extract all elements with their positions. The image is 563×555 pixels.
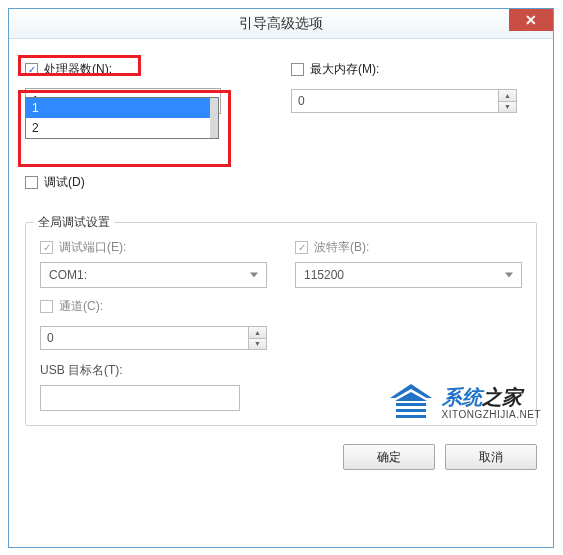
dialog-window: 引导高级选项 ✕ ✓ 处理器数(N): 1 1 2 xyxy=(8,8,554,548)
max-memory-checkbox[interactable]: 最大内存(M): xyxy=(291,61,379,78)
close-button[interactable]: ✕ xyxy=(509,9,553,31)
checkbox-box: ✓ xyxy=(295,241,308,254)
processor-count-dropdown: 1 2 xyxy=(25,97,219,139)
check-icon: ✓ xyxy=(298,243,306,253)
spinner-down-button[interactable]: ▼ xyxy=(499,101,516,113)
debug-checkbox[interactable]: 调试(D) xyxy=(25,174,85,191)
check-icon: ✓ xyxy=(28,65,36,75)
dialog-body: ✓ 处理器数(N): 1 1 2 最大内存(M): xyxy=(9,39,553,484)
ok-button[interactable]: 确定 xyxy=(343,444,435,470)
spinner-down-button[interactable]: ▼ xyxy=(249,338,266,350)
baud-rate-label: 波特率(B): xyxy=(314,239,369,256)
checkbox-box: ✓ xyxy=(25,63,38,76)
button-bar: 确定 取消 xyxy=(25,444,537,470)
baud-rate-value: 115200 xyxy=(304,268,344,282)
max-memory-input[interactable] xyxy=(291,89,499,113)
check-icon: ✓ xyxy=(43,243,51,253)
checkbox-box xyxy=(25,176,38,189)
max-memory-label: 最大内存(M): xyxy=(310,61,379,78)
debug-port-select[interactable]: COM1: xyxy=(40,262,267,288)
watermark-title: 系统之家 xyxy=(442,386,542,409)
processor-count-checkbox[interactable]: ✓ 处理器数(N): xyxy=(25,61,112,78)
house-icon xyxy=(388,384,434,422)
debug-port-label: 调试端口(E): xyxy=(59,239,126,256)
channel-input[interactable] xyxy=(40,326,249,350)
checkbox-box: ✓ xyxy=(40,241,53,254)
baud-rate-select[interactable]: 115200 xyxy=(295,262,522,288)
window-title: 引导高级选项 xyxy=(9,15,553,33)
spinner-buttons: ▲ ▼ xyxy=(499,89,517,113)
processor-count-label: 处理器数(N): xyxy=(44,61,112,78)
debug-port-value: COM1: xyxy=(49,268,87,282)
processor-option-2[interactable]: 2 xyxy=(26,118,218,138)
chevron-down-icon xyxy=(505,273,513,278)
debug-port-checkbox[interactable]: ✓ 调试端口(E): xyxy=(40,239,126,256)
channel-label: 通道(C): xyxy=(59,298,103,315)
spinner-up-button[interactable]: ▲ xyxy=(249,327,266,338)
channel-checkbox[interactable]: 通道(C): xyxy=(40,298,103,315)
usb-target-label: USB 目标名(T): xyxy=(40,362,522,379)
group-legend: 全局调试设置 xyxy=(34,214,114,231)
cancel-button[interactable]: 取消 xyxy=(445,444,537,470)
titlebar: 引导高级选项 ✕ xyxy=(9,9,553,39)
checkbox-box xyxy=(291,63,304,76)
watermark: 系统之家 XITONGZHIJIA.NET xyxy=(388,384,542,422)
spinner-up-button[interactable]: ▲ xyxy=(499,90,516,101)
channel-spinner: ▲ ▼ xyxy=(40,326,267,350)
usb-target-input[interactable] xyxy=(40,385,240,411)
max-memory-spinner: ▲ ▼ xyxy=(291,89,517,113)
baud-rate-checkbox[interactable]: ✓ 波特率(B): xyxy=(295,239,369,256)
watermark-sub: XITONGZHIJIA.NET xyxy=(442,409,542,421)
close-icon: ✕ xyxy=(525,12,537,28)
chevron-down-icon xyxy=(250,273,258,278)
checkbox-box xyxy=(40,300,53,313)
debug-label: 调试(D) xyxy=(44,174,85,191)
spinner-buttons: ▲ ▼ xyxy=(249,326,267,350)
processor-option-1[interactable]: 1 xyxy=(26,98,218,118)
